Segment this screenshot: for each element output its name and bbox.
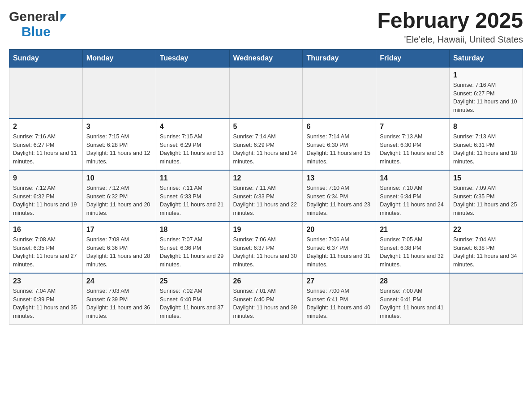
calendar-header-wednesday: Wednesday	[229, 49, 303, 67]
calendar-header-thursday: Thursday	[303, 49, 376, 67]
calendar-header-sunday: Sunday	[9, 49, 83, 67]
day-info: Sunrise: 7:06 AM Sunset: 6:37 PM Dayligh…	[306, 235, 372, 269]
day-number: 1	[453, 71, 519, 79]
calendar-day-cell: 21Sunrise: 7:05 AM Sunset: 6:38 PM Dayli…	[376, 222, 450, 273]
day-info: Sunrise: 7:13 AM Sunset: 6:31 PM Dayligh…	[453, 133, 519, 166]
calendar-day-cell: 25Sunrise: 7:02 AM Sunset: 6:40 PM Dayli…	[156, 273, 229, 325]
day-number: 23	[13, 277, 79, 285]
calendar-day-cell: 10Sunrise: 7:12 AM Sunset: 6:32 PM Dayli…	[82, 170, 156, 222]
calendar-week-row: 23Sunrise: 7:04 AM Sunset: 6:39 PM Dayli…	[9, 273, 523, 325]
calendar-day-cell: 14Sunrise: 7:10 AM Sunset: 6:34 PM Dayli…	[376, 170, 450, 222]
calendar-day-cell: 13Sunrise: 7:10 AM Sunset: 6:34 PM Dayli…	[303, 170, 376, 222]
day-number: 16	[13, 226, 79, 234]
calendar-header-row: SundayMondayTuesdayWednesdayThursdayFrid…	[9, 49, 523, 67]
day-number: 22	[453, 226, 519, 234]
day-info: Sunrise: 7:14 AM Sunset: 6:30 PM Dayligh…	[306, 133, 372, 166]
day-info: Sunrise: 7:10 AM Sunset: 6:34 PM Dayligh…	[380, 184, 446, 218]
calendar-day-cell: 9Sunrise: 7:12 AM Sunset: 6:32 PM Daylig…	[9, 170, 83, 222]
calendar-day-cell: 19Sunrise: 7:06 AM Sunset: 6:37 PM Dayli…	[229, 222, 303, 273]
calendar-day-cell: 5Sunrise: 7:14 AM Sunset: 6:29 PM Daylig…	[229, 119, 303, 170]
day-number: 24	[86, 277, 152, 285]
day-number: 2	[13, 123, 79, 131]
calendar-table: SundayMondayTuesdayWednesdayThursdayFrid…	[9, 49, 523, 325]
day-info: Sunrise: 7:16 AM Sunset: 6:27 PM Dayligh…	[453, 81, 519, 115]
day-number: 4	[160, 123, 226, 131]
calendar-day-cell: 2Sunrise: 7:16 AM Sunset: 6:27 PM Daylig…	[9, 119, 83, 170]
calendar-day-cell	[9, 67, 83, 119]
logo-blue-text: Blue	[21, 24, 51, 39]
calendar-day-cell: 24Sunrise: 7:03 AM Sunset: 6:39 PM Dayli…	[82, 273, 156, 325]
month-title: February 2025	[377, 9, 523, 33]
day-number: 10	[86, 174, 152, 182]
day-info: Sunrise: 7:00 AM Sunset: 6:41 PM Dayligh…	[380, 287, 446, 321]
calendar-header-friday: Friday	[376, 49, 450, 67]
calendar-day-cell	[450, 273, 523, 325]
calendar-day-cell: 1Sunrise: 7:16 AM Sunset: 6:27 PM Daylig…	[450, 67, 523, 119]
day-number: 8	[453, 123, 519, 131]
day-info: Sunrise: 7:07 AM Sunset: 6:36 PM Dayligh…	[160, 235, 226, 269]
day-info: Sunrise: 7:04 AM Sunset: 6:39 PM Dayligh…	[13, 287, 79, 321]
calendar-day-cell: 16Sunrise: 7:08 AM Sunset: 6:35 PM Dayli…	[9, 222, 83, 273]
day-number: 21	[380, 226, 446, 234]
day-info: Sunrise: 7:13 AM Sunset: 6:30 PM Dayligh…	[380, 133, 446, 166]
calendar-day-cell: 28Sunrise: 7:00 AM Sunset: 6:41 PM Dayli…	[376, 273, 450, 325]
day-info: Sunrise: 7:15 AM Sunset: 6:28 PM Dayligh…	[86, 133, 152, 166]
day-info: Sunrise: 7:09 AM Sunset: 6:35 PM Dayligh…	[453, 184, 519, 218]
day-number: 27	[306, 277, 372, 285]
day-number: 12	[233, 174, 299, 182]
day-info: Sunrise: 7:11 AM Sunset: 6:33 PM Dayligh…	[233, 184, 299, 218]
calendar-header-saturday: Saturday	[450, 49, 523, 67]
day-info: Sunrise: 7:06 AM Sunset: 6:37 PM Dayligh…	[233, 235, 299, 269]
day-number: 26	[233, 277, 299, 285]
day-number: 20	[306, 226, 372, 234]
day-number: 9	[13, 174, 79, 182]
day-info: Sunrise: 7:14 AM Sunset: 6:29 PM Dayligh…	[233, 133, 299, 166]
day-number: 19	[233, 226, 299, 234]
calendar-day-cell	[229, 67, 303, 119]
day-number: 14	[380, 174, 446, 182]
calendar-day-cell: 12Sunrise: 7:11 AM Sunset: 6:33 PM Dayli…	[229, 170, 303, 222]
day-info: Sunrise: 7:08 AM Sunset: 6:35 PM Dayligh…	[13, 235, 79, 269]
day-number: 17	[86, 226, 152, 234]
day-info: Sunrise: 7:12 AM Sunset: 6:32 PM Dayligh…	[86, 184, 152, 218]
calendar-week-row: 2Sunrise: 7:16 AM Sunset: 6:27 PM Daylig…	[9, 119, 523, 170]
calendar-day-cell: 7Sunrise: 7:13 AM Sunset: 6:30 PM Daylig…	[376, 119, 450, 170]
day-number: 5	[233, 123, 299, 131]
logo: General Blue	[9, 9, 67, 39]
location-subtitle: 'Ele'ele, Hawaii, United States	[377, 34, 523, 45]
day-info: Sunrise: 7:11 AM Sunset: 6:33 PM Dayligh…	[160, 184, 226, 218]
day-info: Sunrise: 7:16 AM Sunset: 6:27 PM Dayligh…	[13, 133, 79, 166]
day-info: Sunrise: 7:01 AM Sunset: 6:40 PM Dayligh…	[233, 287, 299, 321]
calendar-day-cell: 15Sunrise: 7:09 AM Sunset: 6:35 PM Dayli…	[450, 170, 523, 222]
day-number: 28	[380, 277, 446, 285]
logo-arrow-icon	[60, 14, 67, 22]
page-header: General Blue February 2025 'Ele'ele, Haw…	[9, 9, 523, 45]
title-block: February 2025 'Ele'ele, Hawaii, United S…	[377, 9, 523, 45]
calendar-day-cell: 11Sunrise: 7:11 AM Sunset: 6:33 PM Dayli…	[156, 170, 229, 222]
day-info: Sunrise: 7:00 AM Sunset: 6:41 PM Dayligh…	[306, 287, 372, 321]
calendar-day-cell	[376, 67, 450, 119]
calendar-header-tuesday: Tuesday	[156, 49, 229, 67]
calendar-day-cell: 22Sunrise: 7:04 AM Sunset: 6:38 PM Dayli…	[450, 222, 523, 273]
calendar-header-monday: Monday	[82, 49, 156, 67]
calendar-week-row: 9Sunrise: 7:12 AM Sunset: 6:32 PM Daylig…	[9, 170, 523, 222]
day-info: Sunrise: 7:02 AM Sunset: 6:40 PM Dayligh…	[160, 287, 226, 321]
calendar-day-cell	[156, 67, 229, 119]
calendar-day-cell: 20Sunrise: 7:06 AM Sunset: 6:37 PM Dayli…	[303, 222, 376, 273]
day-number: 18	[160, 226, 226, 234]
day-info: Sunrise: 7:05 AM Sunset: 6:38 PM Dayligh…	[380, 235, 446, 269]
calendar-day-cell: 8Sunrise: 7:13 AM Sunset: 6:31 PM Daylig…	[450, 119, 523, 170]
day-info: Sunrise: 7:08 AM Sunset: 6:36 PM Dayligh…	[86, 235, 152, 269]
day-number: 25	[160, 277, 226, 285]
day-number: 13	[306, 174, 372, 182]
calendar-day-cell: 27Sunrise: 7:00 AM Sunset: 6:41 PM Dayli…	[303, 273, 376, 325]
logo-general-text: General	[9, 9, 59, 24]
day-number: 7	[380, 123, 446, 131]
day-info: Sunrise: 7:03 AM Sunset: 6:39 PM Dayligh…	[86, 287, 152, 321]
day-info: Sunrise: 7:10 AM Sunset: 6:34 PM Dayligh…	[306, 184, 372, 218]
day-info: Sunrise: 7:12 AM Sunset: 6:32 PM Dayligh…	[13, 184, 79, 218]
calendar-day-cell: 18Sunrise: 7:07 AM Sunset: 6:36 PM Dayli…	[156, 222, 229, 273]
calendar-day-cell: 17Sunrise: 7:08 AM Sunset: 6:36 PM Dayli…	[82, 222, 156, 273]
calendar-week-row: 1Sunrise: 7:16 AM Sunset: 6:27 PM Daylig…	[9, 67, 523, 119]
calendar-day-cell: 6Sunrise: 7:14 AM Sunset: 6:30 PM Daylig…	[303, 119, 376, 170]
